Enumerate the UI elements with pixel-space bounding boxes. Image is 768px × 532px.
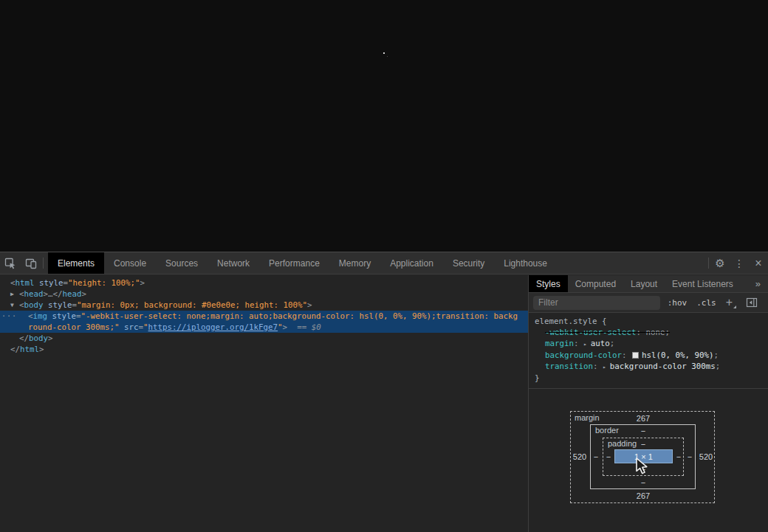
node-text: </body> (0, 333, 53, 344)
css-semicolon: ; (714, 350, 719, 360)
node-text: </html> (0, 344, 44, 355)
node-token: style (39, 278, 64, 288)
sidebar-tab-event-listeners[interactable]: Event Listeners (665, 275, 741, 292)
toggle-device-toolbar-button[interactable] (21, 252, 41, 274)
toggle-element-state-button[interactable]: :hov (668, 298, 688, 308)
node-token: head (63, 289, 82, 299)
css-property-name[interactable]: -webkit-user-select (545, 328, 637, 337)
css-semicolon: ; (665, 328, 671, 337)
border-bottom-value[interactable]: − (641, 478, 645, 487)
node-token: style (52, 311, 77, 321)
box-model-diagram[interactable]: 1 × 1 margin border padding 267 − − 520 … (570, 411, 715, 503)
padding-bottom-value[interactable]: − (641, 465, 645, 474)
node-token: html (16, 278, 35, 288)
devtools-panel: ElementsConsoleSourcesNetworkPerformance… (0, 252, 768, 532)
devtools-tab-memory[interactable]: Memory (329, 252, 380, 274)
css-property-value[interactable]: auto (591, 339, 610, 348)
node-token: html (20, 345, 39, 354)
node-token: body (24, 300, 44, 310)
box-model-content-box[interactable]: 1 × 1 (614, 449, 673, 463)
tree-node[interactable]: round-color 300ms;" src="https://iplogge… (0, 322, 528, 333)
devtools-toolbar: ElementsConsoleSourcesNetworkPerformance… (0, 252, 768, 274)
css-property-value[interactable]: background-color 300ms (610, 362, 716, 371)
expand-value-icon[interactable]: ▸ (583, 341, 591, 348)
tree-node[interactable]: </html> (0, 344, 528, 355)
margin-bottom-value[interactable]: 267 (637, 491, 650, 500)
toggle-classes-button[interactable]: .cls (696, 298, 716, 308)
tree-node[interactable]: ···<img style="-webkit-user-select: none… (0, 311, 528, 322)
css-property[interactable]: -webkit-user-select: none; (529, 327, 768, 338)
node-token: "height: 100%;" (68, 278, 140, 288)
sidebar-tab-layout[interactable]: Layout (623, 275, 665, 292)
devtools-tab-elements[interactable]: Elements (48, 252, 104, 274)
expand-value-icon[interactable]: ▸ (603, 364, 610, 370)
element-style-rule: element.style { -webkit-user-select: non… (529, 313, 768, 389)
node-token: "margin: 0px; background: #0e0e0e; heigh… (77, 300, 307, 310)
close-devtools-icon[interactable]: × (749, 252, 768, 274)
node-link[interactable]: https://iplogger.org/1kFge7 (148, 322, 278, 332)
devtools-tab-application[interactable]: Application (380, 252, 443, 274)
toolbar-right-controls: ⚙ ⋮ × (707, 252, 768, 274)
css-property-name[interactable]: margin (545, 339, 574, 348)
devtools-tab-performance[interactable]: Performance (259, 252, 329, 274)
toolbar-separator (43, 258, 44, 269)
node-token: >…</ (44, 289, 63, 299)
css-semicolon: ; (610, 339, 615, 348)
border-left-value[interactable]: − (594, 452, 598, 461)
css-property[interactable]: background-color: hsl(0, 0%, 90%); (529, 350, 768, 361)
css-semicolon: ; (716, 362, 721, 371)
style-rule-selector[interactable]: element.style { (529, 316, 768, 327)
expand-closed-icon[interactable]: ▶ (10, 289, 14, 300)
sidebar-panel-icon (746, 297, 758, 308)
styles-filter-controls: :hov .cls + (668, 297, 764, 308)
css-property-value[interactable]: none (646, 328, 665, 337)
border-right-value[interactable]: − (688, 452, 692, 461)
devtools-tab-network[interactable]: Network (208, 252, 259, 274)
styles-filter-input[interactable] (533, 296, 660, 310)
sidebar-tab-computed[interactable]: Computed (568, 275, 623, 292)
node-token: head (24, 289, 44, 299)
margin-right-value[interactable]: 520 (699, 452, 713, 461)
pixel-artifact (387, 56, 388, 57)
expand-open-icon[interactable]: ▼ (10, 300, 14, 311)
devtools-tab-security[interactable]: Security (443, 252, 494, 274)
devtools-tab-sources[interactable]: Sources (156, 252, 208, 274)
new-style-rule-button[interactable]: + (726, 297, 736, 308)
css-colon: : (637, 328, 646, 337)
node-token: body (29, 334, 48, 343)
tree-node[interactable]: ▼<body style="margin: 0px; background: #… (0, 300, 528, 311)
border-label: border (595, 426, 619, 435)
more-tabs-button[interactable]: » (748, 275, 768, 292)
more-options-icon[interactable]: ⋮ (730, 252, 749, 274)
styles-sidebar: StylesComputedLayoutEvent Listeners» :ho… (529, 275, 768, 532)
css-property[interactable]: transition: ▸ background-color 300ms; (529, 361, 768, 373)
device-toolbar-icon (25, 258, 37, 269)
border-top-value[interactable]: − (641, 426, 645, 435)
settings-gear-icon[interactable]: ⚙ (710, 252, 730, 274)
css-property-value[interactable]: hsl(0, 0%, 90%) (642, 350, 714, 360)
padding-left-value[interactable]: − (606, 452, 611, 461)
tree-node[interactable]: </body> (0, 333, 528, 344)
devtools-tab-lighthouse[interactable]: Lighthouse (494, 252, 557, 274)
margin-top-value[interactable]: 267 (637, 414, 650, 423)
tree-node[interactable]: <html style="height: 100%;"> (0, 277, 528, 289)
margin-label: margin (575, 413, 600, 422)
node-token: style (48, 300, 72, 310)
toggle-computed-sidebar-button[interactable] (746, 297, 758, 308)
sidebar-tab-styles[interactable]: Styles (529, 275, 568, 292)
css-property[interactable]: margin: ▸ auto; (529, 338, 768, 350)
node-text: <body style="margin: 0px; background: #0… (0, 300, 312, 311)
tree-node[interactable]: ▶<head>…</head> (0, 289, 528, 300)
node-token: </ (10, 345, 20, 354)
padding-right-value[interactable]: − (676, 452, 681, 461)
css-property-name[interactable]: transition (545, 362, 593, 371)
node-token: > (39, 345, 44, 354)
padding-top-value[interactable]: − (641, 440, 645, 449)
margin-left-value[interactable]: 520 (573, 452, 586, 461)
css-property-name[interactable]: background-color (545, 350, 622, 360)
node-token: src (124, 322, 139, 332)
inspect-element-button[interactable] (0, 252, 21, 274)
devtools-tab-console[interactable]: Console (104, 252, 156, 274)
color-swatch[interactable] (632, 352, 639, 359)
node-token: > (140, 278, 145, 288)
